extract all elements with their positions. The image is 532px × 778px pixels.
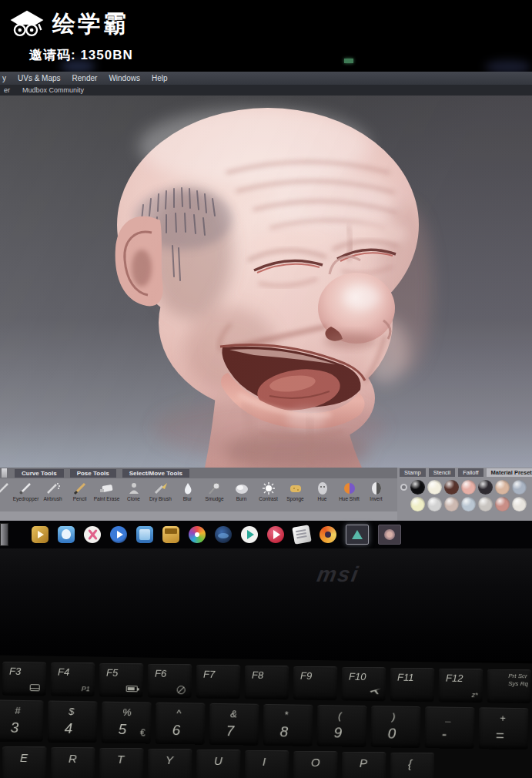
function-key-row: F3 F4P1 F5 F6 F7 F8 F9 F10 F11 F12z* Prt… <box>2 662 532 704</box>
material-swatches <box>410 480 532 511</box>
downloader-play-icon[interactable] <box>241 526 258 543</box>
key-bracket: { <box>390 753 435 778</box>
invert-face-icon <box>368 481 385 495</box>
hue-face-icon <box>314 481 331 495</box>
tool-sponge[interactable]: Sponge <box>282 481 309 501</box>
tab-pose-tools[interactable]: Pose Tools <box>70 469 116 478</box>
menu-item-partial[interactable]: y <box>2 74 6 82</box>
material-swatch[interactable] <box>478 480 493 495</box>
smudge-icon <box>206 481 223 495</box>
display-off-icon <box>177 686 186 694</box>
key-p: P <box>342 752 386 778</box>
viewport-3d-sculpt[interactable] <box>0 96 532 468</box>
key-f12: F12z* <box>438 668 483 703</box>
key-e: E <box>2 746 47 778</box>
material-swatch[interactable] <box>478 497 493 511</box>
browser-pinwheel-icon[interactable] <box>189 526 206 543</box>
burn-icon <box>233 481 250 495</box>
material-swatch[interactable] <box>444 480 459 495</box>
airbrush-icon <box>45 481 62 495</box>
presets-panel: Stamp Stencil Falloff Material Presets <box>397 468 532 521</box>
material-swatch[interactable] <box>495 497 510 511</box>
material-swatch[interactable] <box>427 497 442 511</box>
airplane-icon <box>370 684 382 698</box>
tab-falloff[interactable]: Falloff <box>458 468 483 477</box>
key-y: Y <box>148 749 192 778</box>
recorder-app-tile[interactable] <box>378 525 401 545</box>
tool-hue-shift[interactable]: Hue Shift <box>336 481 363 501</box>
material-swatch[interactable] <box>410 480 425 495</box>
material-swatch[interactable] <box>461 497 476 511</box>
brand-logo: msi <box>315 562 361 587</box>
letter-key-row: E R T Y U I O P { <box>2 746 435 778</box>
material-swatch[interactable] <box>495 480 510 495</box>
number-key-row: #3 $4 %5€ ^6 &7 *8 (9 )0 _- += <box>0 699 528 749</box>
material-swatch[interactable] <box>410 497 425 511</box>
toolbar-item-mudbox-community[interactable]: Mudbox Community <box>22 86 84 94</box>
tool-invert[interactable]: Invert <box>363 481 390 501</box>
video-play-red-icon[interactable] <box>267 526 284 543</box>
menu-item-render[interactable]: Render <box>72 74 98 82</box>
tool-airbrush[interactable]: Airbrush <box>39 481 66 501</box>
tab-select-move-tools[interactable]: Select/Move Tools <box>122 469 189 478</box>
clone-stamp-icon <box>125 481 142 495</box>
key-5: %5€ <box>102 702 152 744</box>
start-strip[interactable] <box>0 523 8 546</box>
material-swatch[interactable] <box>427 480 442 495</box>
key-prtscr: Prt ScrSys Rq <box>487 669 531 703</box>
notes-app-icon[interactable] <box>292 525 311 544</box>
tool-blur[interactable]: Blur <box>174 481 201 501</box>
tool-clipped[interactable] <box>0 481 12 495</box>
touchpad-icon <box>30 684 40 691</box>
key-f3: F3 <box>2 662 47 696</box>
material-swatch[interactable] <box>512 480 527 495</box>
menu-item-help[interactable]: Help <box>152 74 168 82</box>
key-u: U <box>196 749 241 778</box>
media-player-icon[interactable] <box>32 526 49 543</box>
screenshot-tool-icon[interactable] <box>84 526 101 543</box>
paint-tools-row: Eyedropper Airbrush Pencil Paint Erase C… <box>0 478 397 511</box>
key-equals: += <box>479 707 529 749</box>
tab-stamp[interactable]: Stamp <box>400 468 426 477</box>
menu-item-uvs-maps[interactable]: UVs & Maps <box>18 74 61 82</box>
presets-tab-bar: Stamp Stencil Falloff Material Presets <box>397 468 532 478</box>
tray-grip[interactable] <box>2 468 7 478</box>
menu-item-windows[interactable]: Windows <box>109 74 140 82</box>
tool-contrast[interactable]: Contrast <box>255 481 282 501</box>
browser-swirl-icon[interactable] <box>320 526 336 543</box>
photos-app-icon[interactable] <box>136 526 153 543</box>
tool-eyedropper[interactable]: Eyedropper <box>12 481 39 501</box>
tab-stencil[interactable]: Stencil <box>429 468 456 477</box>
material-swatch[interactable] <box>444 497 459 511</box>
tab-curve-tools[interactable]: Curve Tools <box>15 469 64 478</box>
material-swatch[interactable] <box>461 480 476 495</box>
tool-burn[interactable]: Burn <box>228 481 255 501</box>
tool-pencil[interactable]: Pencil <box>66 481 93 501</box>
tab-material-presets[interactable]: Material Presets <box>487 468 532 477</box>
tray-tab-bar: Curve Tools Pose Tools Select/Move Tools <box>0 468 397 478</box>
social-app-icon[interactable] <box>58 526 75 543</box>
key-7: &7 <box>209 703 259 746</box>
tool-clone[interactable]: Clone <box>120 481 147 501</box>
toolbar-item-partial[interactable]: er <box>4 86 10 94</box>
blur-drop-icon <box>179 481 196 495</box>
key-o: O <box>293 751 338 778</box>
tool-hue[interactable]: Hue <box>309 481 336 501</box>
video-player-icon[interactable] <box>110 526 127 543</box>
network-globe-icon[interactable] <box>215 526 232 543</box>
mudbox-app-tile[interactable] <box>346 525 369 545</box>
tool-dry-brush[interactable]: Dry Brush <box>147 481 174 501</box>
key-i: I <box>245 750 289 778</box>
key-9: (9 <box>317 705 367 747</box>
archive-app-icon[interactable] <box>162 526 179 543</box>
laptop-keyboard: F3 F4P1 F5 F6 F7 F8 F9 F10 F11 F12z* Prt… <box>0 655 532 778</box>
key-6: ^6 <box>156 703 206 745</box>
watermark-logo-text: 绘学霸 <box>52 8 129 40</box>
pencil-icon <box>72 481 89 495</box>
key-f9: F9 <box>293 666 338 701</box>
preset-none-icon[interactable] <box>400 484 407 491</box>
material-swatch[interactable] <box>512 497 527 511</box>
battery-icon <box>126 686 138 692</box>
tool-smudge[interactable]: Smudge <box>201 481 228 501</box>
tool-paint-erase[interactable]: Paint Erase <box>93 481 120 501</box>
